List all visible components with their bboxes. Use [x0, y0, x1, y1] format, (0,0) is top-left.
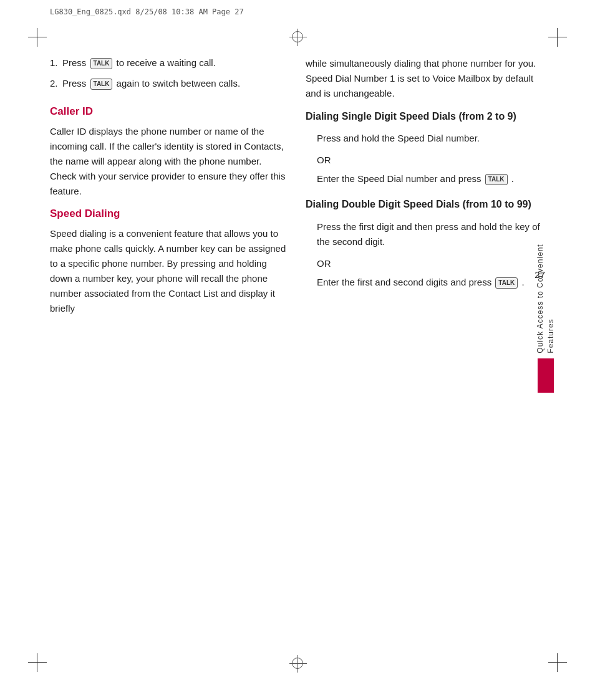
caller-id-heading: Caller ID	[50, 105, 287, 118]
speed-dialing-body: Speed dialing is a convenient feature th…	[50, 226, 287, 316]
list-item-2: 2. Press TALK again to switch between ca…	[50, 77, 287, 91]
talk-button-2: TALK	[90, 79, 113, 90]
single-digit-or: OR	[306, 155, 545, 165]
right-column: while simultaneously dialing that phone …	[306, 56, 545, 299]
circle-reg-bottom	[292, 658, 303, 669]
talk-button-4: TALK	[495, 277, 518, 289]
double-digit-option1-text: Press the first digit and then press and…	[317, 219, 545, 249]
list-item-1: 1. Press TALK to receive a waiting call.	[50, 56, 287, 70]
reg-mark-tl	[28, 28, 47, 47]
file-info: LG830_Eng_0825.qxd 8/25/08 10:38 AM Page…	[50, 7, 244, 16]
page-number: 27	[535, 269, 545, 280]
talk-button-1: TALK	[90, 58, 113, 69]
single-digit-heading: Dialing Single Digit Speed Dials (from 2…	[306, 110, 545, 123]
numbered-list: 1. Press TALK to receive a waiting call.…	[50, 56, 287, 90]
header-bar: LG830_Eng_0825.qxd 8/25/08 10:38 AM Page…	[50, 7, 545, 16]
list-num-2: 2.	[50, 77, 58, 91]
left-column: 1. Press TALK to receive a waiting call.…	[50, 56, 287, 325]
single-digit-option2: Enter the Speed Dial number and press TA…	[306, 171, 545, 186]
list-text-2: Press TALK again to switch between calls…	[62, 78, 240, 89]
speed-dialing-heading: Speed Dialing	[50, 208, 287, 220]
reg-mark-bl	[28, 653, 47, 672]
single-digit-option1: Press and hold the Speed Dial number.	[306, 131, 545, 146]
sidebar-label: Quick Access to Convenient Features	[535, 218, 556, 353]
intro-text: while simultaneously dialing that phone …	[306, 56, 545, 101]
single-digit-option1-text: Press and hold the Speed Dial number.	[317, 131, 545, 146]
sidebar-bar	[538, 358, 554, 393]
double-digit-option1: Press the first digit and then press and…	[306, 219, 545, 249]
sidebar-tab: Quick Access to Convenient Features	[537, 218, 554, 393]
double-digit-option2: Enter the first and second digits and pr…	[306, 275, 545, 290]
caller-id-body: Caller ID displays the phone number or n…	[50, 124, 287, 199]
double-digit-option2-text: Enter the first and second digits and pr…	[317, 275, 545, 290]
reg-mark-br	[548, 653, 567, 672]
double-digit-heading: Dialing Double Digit Speed Dials (from 1…	[306, 198, 545, 211]
list-num-1: 1.	[50, 56, 58, 70]
circle-reg-top	[292, 31, 303, 42]
content-area: 1. Press TALK to receive a waiting call.…	[50, 56, 545, 644]
single-digit-option2-text: Enter the Speed Dial number and press TA…	[317, 171, 545, 186]
talk-button-3: TALK	[485, 174, 508, 185]
double-digit-or: OR	[306, 258, 545, 269]
list-text-1: Press TALK to receive a waiting call.	[62, 57, 216, 68]
reg-mark-tr	[548, 28, 567, 47]
